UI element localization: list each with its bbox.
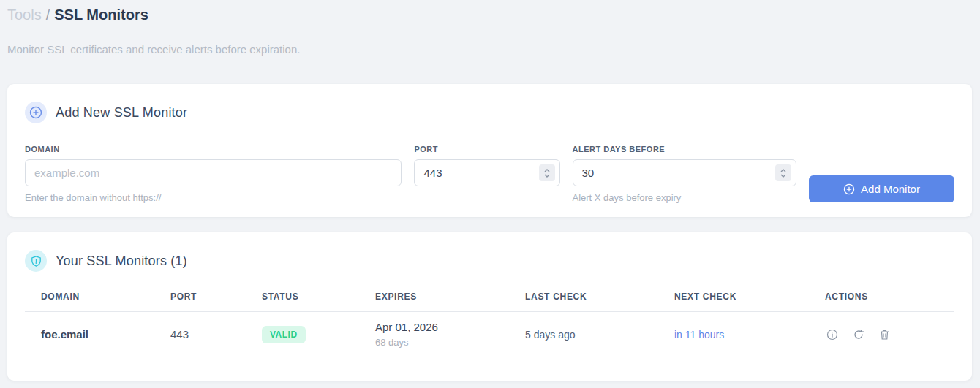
- port-input[interactable]: [414, 159, 559, 186]
- plus-circle-icon: [843, 183, 855, 195]
- domain-input[interactable]: [25, 159, 402, 186]
- add-monitor-card-header: Add New SSL Monitor: [7, 84, 972, 123]
- delete-button[interactable]: [878, 327, 892, 342]
- monitors-card-header: Your SSL Monitors (1): [7, 232, 972, 272]
- alert-days-stepper[interactable]: [775, 164, 791, 181]
- alert-days-helper: Alert X days before expiry: [573, 192, 797, 203]
- row-next-check: in 11 hours: [658, 312, 809, 357]
- row-port: 443: [154, 312, 246, 357]
- header-domain: DOMAIN: [25, 281, 154, 312]
- add-monitor-card: Add New SSL Monitor DOMAIN Enter the dom…: [7, 84, 972, 217]
- alert-days-input[interactable]: [573, 159, 797, 186]
- add-monitor-form: DOMAIN Enter the domain without https://…: [7, 145, 972, 203]
- header-actions: ACTIONS: [809, 281, 954, 312]
- header-expires: EXPIRES: [359, 281, 509, 312]
- monitors-table: DOMAIN PORT STATUS EXPIRES LAST CHECK NE…: [25, 281, 954, 357]
- row-expires: Apr 01, 2026 68 days: [359, 312, 509, 357]
- port-label: PORT: [414, 145, 559, 153]
- domain-field-group: DOMAIN Enter the domain without https://: [25, 145, 402, 203]
- header-last-check: LAST CHECK: [509, 281, 658, 312]
- add-monitor-card-title: Add New SSL Monitor: [56, 105, 187, 121]
- info-button[interactable]: [825, 327, 840, 342]
- monitors-card-title: Your SSL Monitors (1): [56, 254, 187, 269]
- port-field-group: PORT: [414, 145, 559, 186]
- row-last-check: 5 days ago: [509, 312, 658, 357]
- breadcrumb-tools[interactable]: Tools: [7, 7, 42, 23]
- row-domain: foe.email: [25, 312, 154, 357]
- add-monitor-button[interactable]: Add Monitor: [809, 175, 954, 202]
- page-subtitle: Monitor SSL certificates and receive ale…: [7, 43, 300, 56]
- expires-days-remaining: 68 days: [375, 337, 505, 348]
- breadcrumb: Tools/SSL Monitors: [7, 4, 148, 25]
- info-icon: [826, 329, 838, 341]
- page-title: SSL Monitors: [54, 7, 148, 23]
- header-port: PORT: [154, 281, 246, 312]
- header-status: STATUS: [246, 281, 359, 312]
- shield-icon: [25, 250, 47, 272]
- add-monitor-button-label: Add Monitor: [861, 183, 920, 195]
- alert-days-field-group: ALERT DAYS BEFORE Alert X days before ex…: [573, 145, 797, 203]
- trash-icon: [879, 329, 890, 341]
- plus-circle-icon: [25, 102, 47, 123]
- table-row: foe.email 443 VALID Apr 01, 2026 68 days…: [25, 312, 954, 357]
- domain-label: DOMAIN: [25, 145, 402, 153]
- monitors-table-wrap: DOMAIN PORT STATUS EXPIRES LAST CHECK NE…: [7, 281, 972, 357]
- expires-date: Apr 01, 2026: [375, 321, 505, 333]
- refresh-button[interactable]: [851, 327, 866, 342]
- refresh-icon: [853, 329, 864, 341]
- table-header-row: DOMAIN PORT STATUS EXPIRES LAST CHECK NE…: [25, 281, 954, 312]
- breadcrumb-separator: /: [46, 7, 50, 23]
- row-status: VALID: [246, 312, 359, 357]
- monitors-list-card: Your SSL Monitors (1) DOMAIN PORT STATUS…: [7, 232, 972, 381]
- header-next-check: NEXT CHECK: [658, 281, 809, 312]
- status-badge: VALID: [262, 326, 306, 343]
- row-actions: [809, 312, 954, 357]
- domain-helper: Enter the domain without https://: [25, 192, 402, 203]
- port-stepper[interactable]: [539, 164, 555, 181]
- alert-days-label: ALERT DAYS BEFORE: [573, 145, 797, 153]
